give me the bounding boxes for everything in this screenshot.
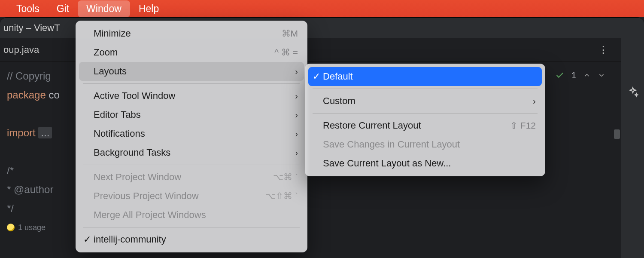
code-keyword: package bbox=[7, 89, 46, 101]
problems-widget[interactable]: 1 bbox=[555, 66, 605, 85]
menu-separator bbox=[313, 89, 538, 89]
menu-item-merge-all-project-windows: Merge All Project Windows bbox=[79, 206, 304, 224]
ai-assistant-icon[interactable] bbox=[627, 86, 639, 98]
menu-git[interactable]: Git bbox=[48, 0, 78, 17]
code-line: /* bbox=[7, 165, 14, 176]
chevron-down-icon[interactable] bbox=[598, 71, 605, 79]
editor-tab[interactable]: oup.java bbox=[3, 44, 39, 55]
menu-item-editor-tabs[interactable]: Editor Tabs › bbox=[79, 105, 304, 124]
menu-item-background-tasks[interactable]: Background Tasks › bbox=[79, 143, 304, 162]
shortcut-label: ^ ⌘ = bbox=[274, 47, 298, 58]
usage-hint[interactable]: 1 usage bbox=[7, 218, 46, 237]
chevron-right-icon: › bbox=[295, 67, 298, 77]
chevron-right-icon: › bbox=[295, 91, 298, 101]
menubar: Tools Git Window Help bbox=[0, 0, 644, 17]
checkmark-icon: ✓ bbox=[313, 71, 320, 82]
code-line: // Copyrig bbox=[7, 70, 51, 82]
shortcut-label: ⌥⇧⌘ ` bbox=[265, 191, 298, 201]
code-text: co bbox=[46, 89, 60, 101]
menu-tools[interactable]: Tools bbox=[8, 0, 48, 17]
layouts-submenu: ✓ Default Custom › Restore Current Layou… bbox=[305, 64, 545, 176]
menu-item-zoom[interactable]: Zoom ^ ⌘ = bbox=[79, 43, 304, 62]
folded-region[interactable]: ... bbox=[38, 127, 52, 138]
tab-options-icon[interactable]: ⋮ bbox=[598, 49, 608, 51]
menu-item-previous-project-window: Previous Project Window ⌥⇧⌘ ` bbox=[79, 187, 304, 206]
right-toolbar bbox=[621, 18, 644, 258]
chevron-right-icon: › bbox=[295, 148, 298, 158]
menu-separator bbox=[83, 227, 300, 227]
menu-item-layouts[interactable]: Layouts › bbox=[79, 62, 304, 81]
menu-item-next-project-window: Next Project Window ⌥⌘ ` bbox=[79, 168, 304, 187]
menu-item-notifications[interactable]: Notifications › bbox=[79, 124, 304, 143]
problems-count: 1 bbox=[571, 66, 576, 85]
chevron-up-icon[interactable] bbox=[583, 71, 591, 79]
scrollbar-thumb[interactable] bbox=[614, 129, 620, 139]
menu-window[interactable]: Window bbox=[78, 0, 130, 17]
chevron-right-icon: › bbox=[295, 110, 298, 120]
menu-separator bbox=[83, 83, 300, 84]
menu-item-project-intellij-community[interactable]: ✓ intellij-community bbox=[79, 230, 304, 249]
checkmark-icon bbox=[555, 71, 565, 80]
menu-item-save-changes-in-current-layout: Save Changes in Current Layout bbox=[308, 135, 542, 154]
menu-help[interactable]: Help bbox=[130, 0, 167, 17]
menu-item-minimize[interactable]: Minimize ⌘M bbox=[79, 24, 304, 43]
menu-separator bbox=[83, 165, 300, 165]
shortcut-label: ⇧ F12 bbox=[510, 120, 536, 131]
menu-item-active-tool-window[interactable]: Active Tool Window › bbox=[79, 86, 304, 105]
bulb-icon bbox=[7, 224, 15, 231]
menu-separator bbox=[313, 113, 538, 114]
menu-item-restore-current-layout[interactable]: Restore Current Layout ⇧ F12 bbox=[308, 116, 542, 135]
code-keyword: import bbox=[7, 127, 36, 138]
chevron-right-icon: › bbox=[295, 129, 298, 139]
menu-item-layout-custom[interactable]: Custom › bbox=[308, 92, 542, 111]
chevron-right-icon: › bbox=[533, 96, 536, 106]
window-menu: Minimize ⌘M Zoom ^ ⌘ = Layouts › Active … bbox=[76, 21, 307, 252]
checkmark-icon: ✓ bbox=[83, 234, 91, 245]
code-line: */ bbox=[7, 203, 14, 214]
menu-item-layout-default[interactable]: ✓ Default bbox=[308, 67, 542, 86]
code-line: * @author bbox=[7, 184, 53, 195]
shortcut-label: ⌥⌘ ` bbox=[273, 172, 298, 182]
menu-item-save-current-layout-as-new[interactable]: Save Current Layout as New... bbox=[308, 154, 542, 173]
shortcut-label: ⌘M bbox=[282, 28, 298, 39]
